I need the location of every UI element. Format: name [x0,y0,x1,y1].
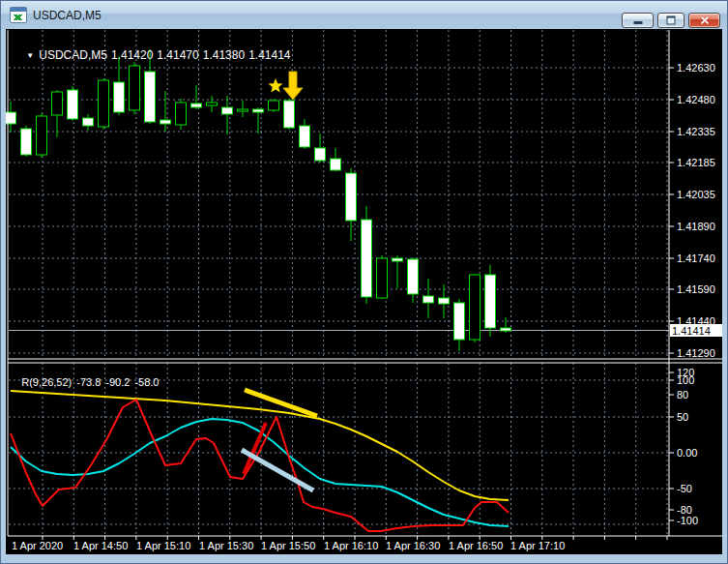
quote-close: 1.41414 [248,48,290,62]
quote-low: 1.41380 [203,48,245,62]
indicator-value-1: -73.8 [76,376,101,388]
indicator-axis-label: 0.00 [677,447,697,459]
candle-body [454,303,465,340]
candle-body [37,116,47,155]
candle-body [269,101,279,110]
price-axis-label: 1.41890 [677,221,715,232]
time-axis-label: 1 Apr 15:50 [261,540,315,551]
indicator-value-2: -90.2 [105,376,130,388]
time-axis-label: 1 Apr 14:50 [73,540,128,551]
indicator-axis-label: 100 [677,374,694,386]
indicator-name: R(9,26,52) [21,376,72,388]
candle-body [393,258,403,261]
time-axis-label: 1 Apr 16:30 [386,540,440,551]
candle-body [83,118,94,126]
candle-body [207,103,218,105]
minimize-button[interactable] [622,13,654,28]
time-axis-label: 1 Apr 17:10 [510,540,565,551]
candle-body [501,328,511,331]
candle-body [160,120,171,124]
quote-header: ▼USDCAD,M51.414201.414701.413801.41414 [14,35,295,75]
trendline-red [244,423,266,474]
candle-body [485,275,496,328]
collapse-marker-icon[interactable]: ▼ [26,51,34,60]
indicator-value-3: -58.0 [134,376,159,388]
window-title: USDCAD,M5 [33,9,102,22]
indicator-axis-label: 50 [677,411,688,423]
price-axis-label: 1.42035 [677,189,715,200]
time-axis-label: 1 Apr 16:50 [449,540,503,551]
candle-body [114,82,125,112]
chart-window: USDCAD,M5 1.426301.424801.423351.421851.… [0,0,728,564]
close-icon [699,15,711,26]
time-axis-label: 1 Apr 15:30 [199,540,253,551]
candle-body [52,92,63,115]
candle-body [346,173,357,221]
price-axis-label: 1.41740 [677,252,715,264]
time-axis-label: 1 Apr 2020 [12,540,63,551]
price-axis-label: 1.41290 [677,347,715,359]
price-axis-label: 1.42335 [677,126,715,137]
chart-app-icon [10,7,27,23]
candle-body [470,275,480,340]
restore-button[interactable] [657,13,684,28]
quote-symbol: USDCAD,M5 [39,48,107,62]
price-axis-label: 1.42185 [677,157,715,168]
candle-body [99,80,109,127]
candle-body [408,259,419,294]
candle-body [191,104,202,107]
candle-body [377,258,388,298]
sell-arrow-object[interactable] [283,72,303,100]
candle-body [284,101,295,128]
candle-body [362,220,372,297]
price-box-label: 1.41414 [672,325,711,337]
candle-body [222,107,233,114]
candle-body [68,90,78,119]
indicator-axis-label: 80 [677,389,688,401]
candle-body [439,298,450,304]
candle-body [253,109,264,112]
price-axis-label: 1.42480 [677,94,715,105]
time-axis-label: 1 Apr 15:10 [136,540,190,551]
candle-body [423,296,434,303]
close-button[interactable] [688,13,720,28]
indicator-line [11,391,509,500]
indicator-axis-label: -100 [677,515,698,526]
candle-body [21,129,32,155]
trendline-lightblue [242,450,313,490]
price-axis-label: 1.41590 [677,283,715,295]
title-bar[interactable]: USDCAD,M5 [1,1,727,29]
candle-body [300,126,310,147]
candle-body [145,72,156,122]
quote-high: 1.41470 [157,48,198,62]
chart-content: 1.426301.424801.423351.421851.420351.418… [6,29,722,554]
quote-open: 1.41420 [111,48,153,62]
restore-icon [667,16,676,25]
price-axis-label: 1.42630 [677,62,715,74]
star-object[interactable] [268,78,282,92]
candle-body [176,103,187,125]
indicator-axis-label: -50 [677,483,692,494]
candle-body [315,148,326,161]
candle-body [331,159,341,170]
candle-body [238,109,248,111]
minimize-icon [633,21,642,24]
indicator-header: R(9,26,52)-73.8-90.2-58.0 [10,365,163,400]
chart-canvas[interactable]: 1.426301.424801.423351.421851.420351.418… [6,29,722,554]
time-axis-label: 1 Apr 16:10 [324,540,378,551]
